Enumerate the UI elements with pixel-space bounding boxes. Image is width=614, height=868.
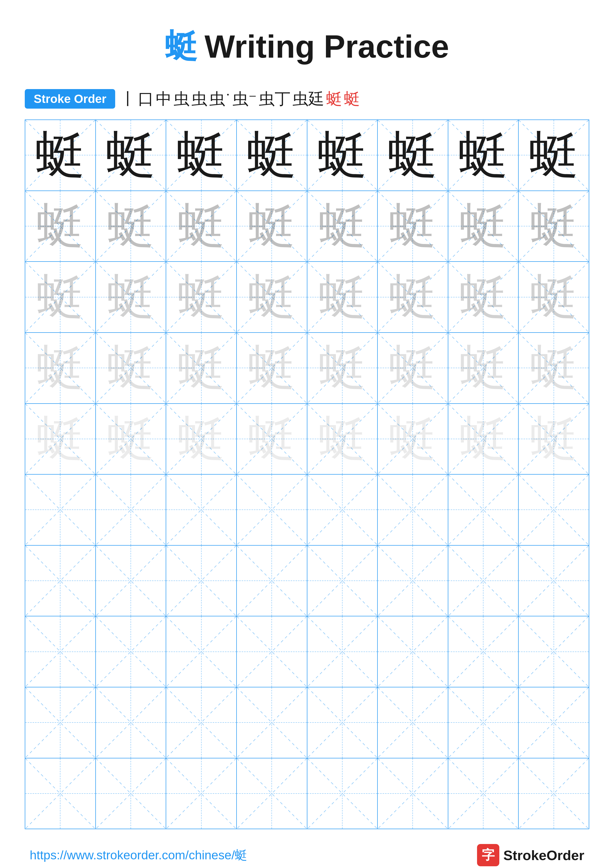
- grid-cell[interactable]: 蜓: [166, 120, 237, 191]
- grid-cell[interactable]: [307, 474, 378, 545]
- svg-line-98: [96, 546, 166, 616]
- svg-line-99: [96, 546, 166, 616]
- grid-cell[interactable]: [237, 546, 307, 616]
- grid-cell[interactable]: 蜓: [378, 262, 448, 332]
- grid-cell[interactable]: 蜓: [378, 404, 448, 474]
- grid-cell[interactable]: 蜓: [307, 191, 378, 262]
- grid-cell[interactable]: 蜓: [448, 262, 519, 332]
- grid-cell[interactable]: [25, 758, 96, 829]
- svg-line-100: [166, 546, 236, 616]
- grid-cell[interactable]: 蜓: [96, 262, 166, 332]
- grid-cell[interactable]: [448, 474, 519, 545]
- grid-cell[interactable]: 蜓: [307, 404, 378, 474]
- grid-cell[interactable]: 蜓: [378, 333, 448, 403]
- svg-line-94: [519, 474, 589, 545]
- grid-cell[interactable]: [378, 616, 448, 687]
- grid-cell[interactable]: 蜓: [307, 262, 378, 332]
- grid-cell[interactable]: 蜓: [25, 262, 96, 332]
- grid-cell[interactable]: 蜓: [237, 120, 307, 191]
- grid-cell[interactable]: 蜓: [237, 262, 307, 332]
- grid-cell[interactable]: 蜓: [448, 333, 519, 403]
- grid-cell[interactable]: 蜓: [519, 333, 589, 403]
- grid-cell[interactable]: [378, 546, 448, 616]
- grid-cell[interactable]: [448, 616, 519, 687]
- grid-cell[interactable]: [166, 546, 237, 616]
- grid-cell[interactable]: 蜓: [307, 120, 378, 191]
- practice-char: 蜓: [178, 265, 225, 329]
- grid-cell[interactable]: [96, 474, 166, 545]
- grid-cell[interactable]: [519, 616, 589, 687]
- grid-cell[interactable]: [519, 546, 589, 616]
- grid-cell[interactable]: [519, 758, 589, 829]
- grid-cell[interactable]: 蜓: [96, 333, 166, 403]
- grid-cell[interactable]: 蜓: [237, 333, 307, 403]
- grid-cell[interactable]: [307, 687, 378, 758]
- footer-url[interactable]: https://www.strokeorder.com/chinese/蜓: [30, 847, 247, 863]
- grid-cell[interactable]: 蜓: [166, 191, 237, 262]
- grid-cell[interactable]: [519, 687, 589, 758]
- grid-cell[interactable]: [25, 687, 96, 758]
- grid-cell[interactable]: [307, 616, 378, 687]
- grid-cell[interactable]: 蜓: [166, 333, 237, 403]
- practice-char: 蜓: [248, 265, 295, 329]
- grid-cell[interactable]: 蜓: [96, 404, 166, 474]
- svg-line-133: [166, 687, 236, 758]
- grid-cell[interactable]: [166, 474, 237, 545]
- grid-cell[interactable]: [378, 758, 448, 829]
- grid-cell[interactable]: 蜓: [519, 404, 589, 474]
- grid-cell[interactable]: [237, 474, 307, 545]
- grid-cell[interactable]: [448, 758, 519, 829]
- grid-cell[interactable]: [96, 546, 166, 616]
- grid-cell[interactable]: 蜓: [378, 120, 448, 191]
- svg-line-143: [519, 687, 589, 758]
- grid-cell[interactable]: 蜓: [237, 404, 307, 474]
- grid-cell[interactable]: [96, 758, 166, 829]
- grid-cell[interactable]: [25, 546, 96, 616]
- grid-cell[interactable]: [96, 687, 166, 758]
- grid-cell[interactable]: [378, 687, 448, 758]
- grid-cell[interactable]: 蜓: [307, 333, 378, 403]
- grid-cell[interactable]: [237, 687, 307, 758]
- grid-cell[interactable]: [307, 546, 378, 616]
- grid-cell[interactable]: 蜓: [166, 262, 237, 332]
- grid-cell[interactable]: 蜓: [25, 333, 96, 403]
- grid-cell[interactable]: 蜓: [519, 120, 589, 191]
- grid-cell[interactable]: 蜓: [25, 191, 96, 262]
- grid-cell[interactable]: [378, 474, 448, 545]
- grid-cell[interactable]: 蜓: [519, 262, 589, 332]
- practice-char: 蜓: [178, 194, 225, 258]
- grid-cell[interactable]: [25, 474, 96, 545]
- grid-cell[interactable]: 蜓: [237, 191, 307, 262]
- grid-cell[interactable]: [166, 687, 237, 758]
- grid-cell[interactable]: [237, 616, 307, 687]
- grid-cell[interactable]: 蜓: [25, 404, 96, 474]
- grid-cell[interactable]: 蜓: [166, 404, 237, 474]
- grid-cell[interactable]: 蜓: [378, 191, 448, 262]
- svg-line-156: [448, 758, 518, 829]
- practice-char: 蜓: [530, 407, 577, 471]
- grid-cell[interactable]: [448, 546, 519, 616]
- grid-cell[interactable]: [166, 616, 237, 687]
- grid-row: [25, 758, 589, 829]
- grid-cell[interactable]: [96, 616, 166, 687]
- svg-line-138: [378, 687, 448, 758]
- grid-cell[interactable]: 蜓: [448, 404, 519, 474]
- svg-line-117: [166, 616, 236, 687]
- grid-cell[interactable]: [307, 758, 378, 829]
- grid-cell[interactable]: [237, 758, 307, 829]
- grid-cell[interactable]: [448, 687, 519, 758]
- svg-line-109: [448, 546, 518, 616]
- grid-cell[interactable]: 蜓: [96, 191, 166, 262]
- grid-cell[interactable]: 蜓: [25, 120, 96, 191]
- grid-cell[interactable]: [519, 474, 589, 545]
- svg-line-158: [519, 758, 589, 829]
- grid-cell[interactable]: 蜓: [519, 191, 589, 262]
- grid-cell[interactable]: [166, 758, 237, 829]
- grid-cell[interactable]: 蜓: [448, 191, 519, 262]
- grid-cell[interactable]: [25, 616, 96, 687]
- practice-char: 蜓: [248, 407, 295, 471]
- practice-char: 蜓: [389, 407, 436, 471]
- grid-cell[interactable]: 蜓: [96, 120, 166, 191]
- practice-char: 蜓: [530, 336, 577, 400]
- grid-cell[interactable]: 蜓: [448, 120, 519, 191]
